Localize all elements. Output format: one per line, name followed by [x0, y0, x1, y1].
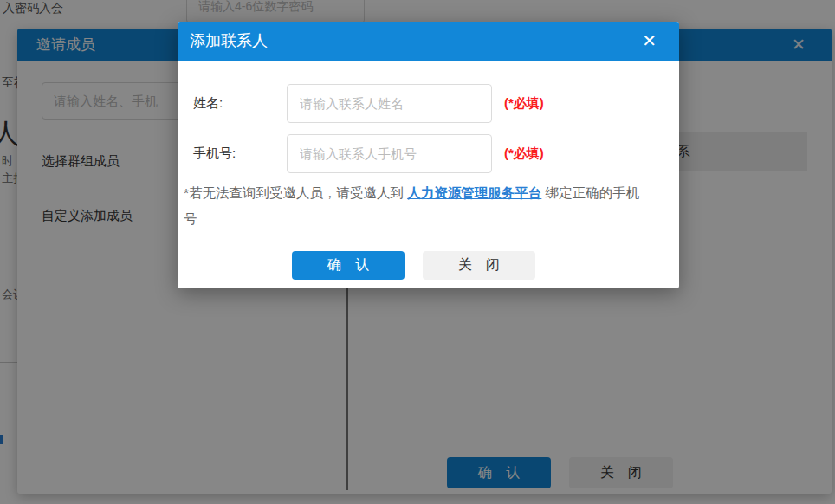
add-contact-dialog: 添加联系人 ✕ 姓名: (*必填) 手机号: (*必填) *若无法查询到受邀人员… — [178, 22, 679, 288]
name-label: 姓名: — [193, 95, 287, 112]
add-contact-header: 添加联系人 ✕ — [178, 22, 679, 61]
required-hint: (*必填) — [504, 95, 544, 112]
hr-platform-link[interactable]: 人力资源管理服务平台 — [407, 185, 541, 200]
binding-note-line2: 号 — [184, 206, 674, 232]
binding-note: *若无法查询到受邀人员，请受邀人到 人力资源管理服务平台 绑定正确的手机 号 — [184, 180, 674, 232]
name-field-row: 姓名: (*必填) — [193, 84, 544, 123]
add-contact-close-button[interactable]: 关 闭 — [423, 251, 535, 280]
note-suffix: 绑定正确的手机 — [541, 185, 639, 200]
close-icon[interactable]: ✕ — [642, 22, 657, 61]
binding-note-line1: *若无法查询到受邀人员，请受邀人到 人力资源管理服务平台 绑定正确的手机 — [184, 180, 674, 206]
add-contact-title: 添加联系人 — [190, 22, 268, 61]
contact-name-input[interactable] — [287, 84, 492, 123]
required-hint: (*必填) — [504, 145, 544, 162]
contact-phone-input[interactable] — [287, 134, 492, 173]
note-prefix: *若无法查询到受邀人员，请受邀人到 — [184, 185, 407, 200]
phone-field-row: 手机号: (*必填) — [193, 134, 544, 173]
phone-label: 手机号: — [193, 145, 287, 162]
add-contact-confirm-button[interactable]: 确 认 — [292, 251, 405, 280]
screen: 入密码入会 至礼 人 时， 主持 会议 邀请成员 ✕ 选择群组成员 自定义添加成… — [0, 0, 835, 504]
